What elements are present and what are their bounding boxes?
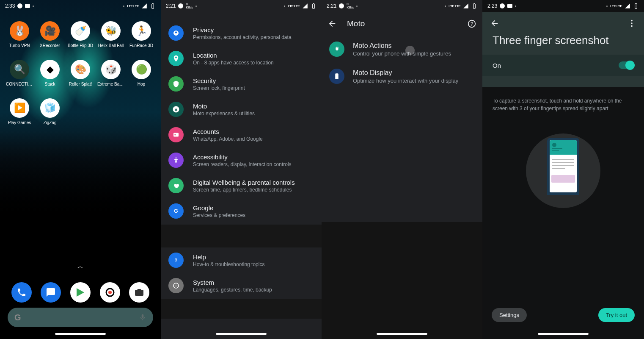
more-notif-icon [356,6,358,7]
app-icon: 🏃 [132,21,151,41]
app-helix-ball-fall[interactable]: 🐝Helix Ball Fall [96,21,126,48]
wellbeing-icon [168,178,184,193]
app-label: CONNECTION [6,82,33,86]
app-label: Extreme Bala… [97,82,124,86]
app-label: Hop [138,82,145,86]
help-icon[interactable]: ? [467,19,476,28]
drawer-handle-icon[interactable]: ︿ [77,263,83,270]
app-xrecorder[interactable]: 🎥XRecorder [35,21,65,48]
home-screen: 2:33 LTE LTE 🐰Turbo VPN🎥XRecorder🍼Bottle… [0,0,161,339]
dock-phone[interactable] [11,282,32,303]
app-zigzag[interactable]: 🧊ZigZag [35,98,65,125]
google-g-icon: G [14,313,21,322]
try-it-button[interactable]: Try it out [598,308,635,322]
privacy-icon [168,25,184,41]
dock-camera[interactable] [129,282,149,303]
dock-chrome[interactable] [100,282,120,303]
settings-item-location[interactable]: LocationOn - 8 apps have access to locat… [161,46,322,71]
app-bottle-flip-3d[interactable]: 🍼Bottle Flip 3D [65,21,96,48]
lte-icon: LTE LTE [127,4,139,8]
moto-item-title: Moto Actions [353,42,451,50]
app-turbo-vpn[interactable]: 🐰Turbo VPN [4,21,35,48]
overflow-icon[interactable] [627,19,636,28]
back-icon[interactable] [490,19,499,28]
moto-item-title: Moto Display [353,69,458,77]
app-icon: 🔍 [10,60,29,79]
settings-item-title: Location [193,52,274,59]
toggle-switch[interactable] [619,61,634,69]
dock-play-store[interactable] [70,282,91,303]
status-time: 2:21 [327,3,336,9]
settings-item-accounts[interactable]: AccountsWhatsApp, Adobe, and Google [161,122,322,147]
app-stack[interactable]: ◆Stack [35,60,65,86]
moto-item-subtitle: Control your phone with simple gestures [353,50,451,57]
toggle-row[interactable]: On [482,55,644,76]
more-notif-icon [33,6,34,7]
settings-item-google[interactable]: GGoogleServices & preferences [161,198,322,224]
more-status-icon [284,6,285,7]
settings-screen: 2:21 0KB/s LTE LTE PrivacyPermissions, a… [161,0,322,339]
picture-icon [25,4,30,8]
settings-item-help[interactable]: ?HelpHow-to & troubleshooting topics [161,247,322,273]
moto-screen: 2:21 0KB/s LTE LTE Moto ? Moto ActionsCo… [322,0,482,339]
app-label: FunRace 3D [129,43,153,48]
app-label: Stack [44,82,55,86]
app-extreme-bala-[interactable]: 🎲Extreme Bala… [96,60,126,86]
moto-item-moto-display[interactable]: Moto DisplayOptimize how you interact wi… [322,63,482,90]
moto-item-subtitle: Optimize how you interact with your disp… [353,78,458,84]
more-status-icon [606,6,608,7]
more-status-icon [445,6,446,7]
app-icon: 🎨 [71,60,90,79]
moto-item-moto-actions[interactable]: Moto ActionsControl your phone with simp… [322,36,482,63]
settings-item-subtitle: Moto experiences & utilities [193,111,255,117]
app-label: Helix Ball Fall [98,43,124,48]
back-icon[interactable] [328,19,337,28]
battery-icon [150,3,156,9]
app-funrace-3d[interactable]: 🏃FunRace 3D [126,21,157,48]
app-icon: 🎥 [40,21,60,41]
toggle-label: On [493,62,501,69]
app-label: Turbo VPN [9,43,30,48]
settings-item-title: System [193,279,272,286]
app-play-games[interactable]: ▶️Play Games [4,98,35,125]
display-icon [329,69,344,84]
mic-icon[interactable] [139,314,146,321]
app-icon: 🧊 [40,98,60,118]
settings-item-title: Accessibility [193,153,292,161]
search-bar[interactable]: G [8,308,153,327]
messages-icon [46,287,56,297]
system-icon: i [168,278,184,293]
settings-item-moto[interactable]: MotoMoto experiences & utilities [161,97,322,122]
status-bar: 2:33 LTE LTE [0,0,161,12]
more-notif-icon [195,6,197,7]
bottom-buttons: Settings Try it out [482,308,644,322]
settings-item-system[interactable]: iSystemLanguages, gestures, time, backup [161,273,322,298]
nav-bar[interactable] [377,333,427,335]
app-label: ZigZag [43,120,56,125]
status-bar: 2:23 LTE LTE [482,0,644,12]
spotify-icon [17,3,22,8]
settings-item-digital-wellbeing-parental-controls[interactable]: Digital Wellbeing & parental controlsScr… [161,173,322,198]
status-time: 2:23 [487,3,497,9]
settings-item-accessibility[interactable]: AccessibilityScreen readers, display, in… [161,147,322,173]
svg-text:?: ? [471,21,473,27]
app-connection[interactable]: 🔍CONNECTION [4,60,35,86]
settings-item-security[interactable]: SecurityScreen lock, fingerprint [161,71,322,97]
settings-item-privacy[interactable]: PrivacyPermissions, account activity, pe… [161,20,322,46]
camera-icon [134,287,144,297]
nav-bar[interactable] [216,333,267,335]
svg-point-4 [176,157,177,158]
app-hop[interactable]: 🟢Hop [126,60,157,86]
settings-button[interactable]: Settings [492,308,527,322]
settings-list[interactable]: PrivacyPermissions, account activity, pe… [161,12,322,319]
hand-icon [329,42,344,57]
app-icon: 🐝 [101,21,121,41]
battery-icon [471,3,477,9]
nav-bar[interactable] [55,333,106,335]
dock-messages[interactable] [41,282,61,303]
google-icon: G [168,203,184,219]
app-roller-splat-[interactable]: 🎨Roller Splat! [65,60,96,86]
security-icon [168,76,184,92]
nav-bar[interactable] [538,333,589,335]
help-icon: ? [168,253,184,268]
